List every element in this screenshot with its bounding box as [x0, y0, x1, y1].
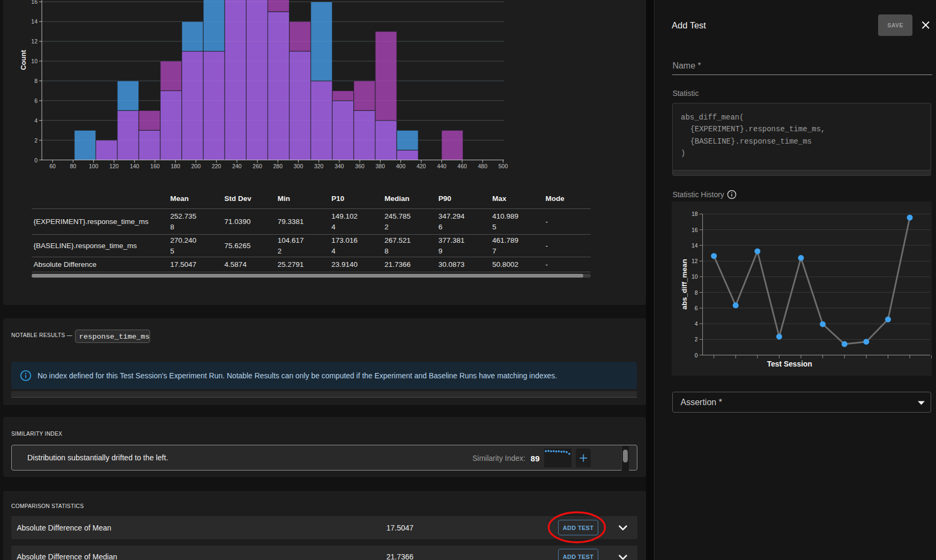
svg-text:440: 440	[437, 163, 447, 169]
svg-text:160: 160	[150, 163, 160, 169]
svg-text:14: 14	[31, 18, 38, 25]
svg-text:240: 240	[232, 163, 242, 169]
svg-text:14: 14	[692, 242, 698, 248]
svg-text:10: 10	[31, 58, 38, 64]
svg-text:2: 2	[34, 137, 38, 144]
svg-text:16: 16	[692, 226, 698, 233]
svg-text:200: 200	[191, 163, 201, 169]
svg-text:460: 460	[457, 163, 467, 169]
svg-text:8: 8	[34, 78, 38, 84]
svg-text:60: 60	[49, 163, 56, 169]
svg-text:340: 340	[335, 163, 344, 169]
svg-text:140: 140	[130, 163, 139, 169]
svg-text:0: 0	[34, 157, 38, 163]
svg-text:abs_diff_mean: abs_diff_mean	[680, 259, 688, 310]
svg-text:420: 420	[417, 163, 426, 169]
svg-text:16: 16	[31, 0, 38, 5]
svg-text:12: 12	[692, 258, 698, 264]
svg-text:100: 100	[89, 163, 99, 169]
svg-text:4: 4	[695, 320, 698, 327]
svg-text:260: 260	[252, 163, 262, 169]
svg-text:18: 18	[692, 211, 698, 217]
svg-text:Test Session: Test Session	[767, 360, 812, 368]
svg-text:320: 320	[314, 163, 324, 169]
svg-text:2: 2	[695, 336, 698, 342]
svg-text:280: 280	[273, 163, 283, 169]
svg-text:500: 500	[499, 163, 508, 169]
svg-text:6: 6	[695, 304, 698, 311]
svg-text:360: 360	[355, 163, 365, 169]
svg-text:8: 8	[695, 289, 698, 295]
svg-text:0: 0	[695, 352, 698, 358]
svg-text:4: 4	[34, 117, 38, 124]
svg-text:Count: Count	[19, 50, 27, 70]
svg-text:380: 380	[376, 163, 385, 169]
svg-text:400: 400	[396, 163, 406, 169]
svg-text:480: 480	[478, 163, 488, 169]
svg-text:6: 6	[34, 98, 38, 104]
svg-text:120: 120	[109, 163, 119, 169]
svg-text:80: 80	[70, 163, 76, 169]
svg-text:300: 300	[294, 163, 303, 169]
svg-text:220: 220	[212, 163, 221, 169]
svg-text:10: 10	[692, 273, 698, 280]
svg-text:12: 12	[31, 38, 38, 44]
svg-text:180: 180	[171, 163, 181, 169]
